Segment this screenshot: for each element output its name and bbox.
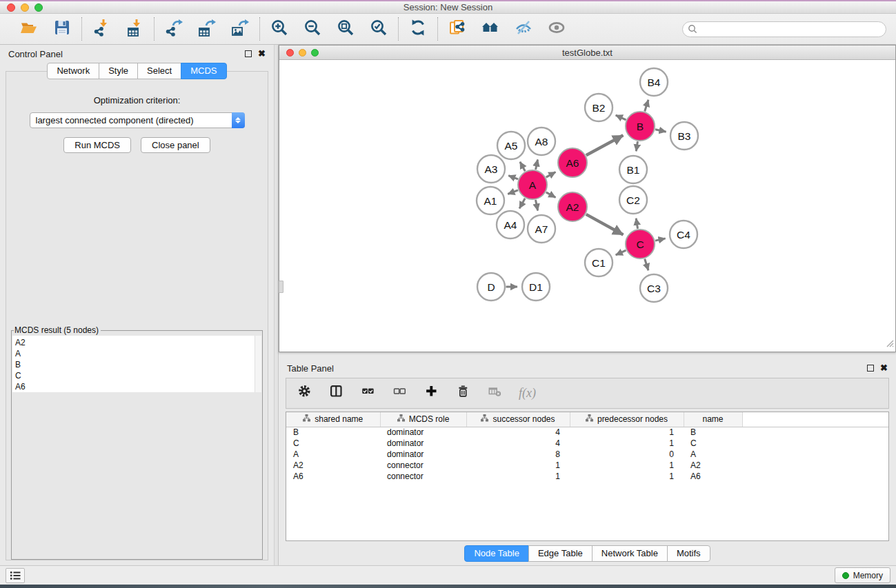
graph-node-A[interactable]: A: [518, 170, 547, 199]
create-column-button[interactable]: [424, 385, 441, 403]
graph-node-C1[interactable]: C1: [585, 249, 613, 276]
graph-node-B3[interactable]: B3: [670, 122, 698, 150]
save-session-button[interactable]: [52, 19, 72, 39]
memory-button[interactable]: Memory: [835, 567, 890, 583]
graph-node-A5[interactable]: A5: [497, 132, 525, 159]
cell-shared-name[interactable]: A2: [286, 460, 380, 471]
first-neighbors-button[interactable]: [480, 19, 501, 39]
show-columns-button[interactable]: [328, 385, 346, 403]
column-header-name[interactable]: name: [684, 412, 742, 427]
cell-MCDS-role[interactable]: dominator: [380, 427, 466, 438]
edge-A-A3[interactable]: [508, 176, 518, 179]
new-network-from-selection-button[interactable]: [447, 19, 468, 39]
edge-A-A8[interactable]: [536, 159, 538, 170]
graph-node-C4[interactable]: C4: [670, 221, 697, 248]
cell-shared-name[interactable]: A: [286, 449, 380, 460]
network-canvas[interactable]: B4B2BB3A8A5A6A3B1AA1C2A2A4A7C4CC1C3DD1: [279, 60, 895, 352]
table-row[interactable]: Bdominator41B: [286, 427, 888, 438]
column-header-MCDS-role[interactable]: MCDS role: [380, 412, 466, 427]
edge-B-B3[interactable]: [655, 130, 666, 132]
cell-successor-nodes[interactable]: 1: [466, 460, 570, 471]
tab-select[interactable]: Select: [137, 63, 181, 79]
edge-A2-C[interactable]: [586, 214, 624, 235]
refresh-button[interactable]: [408, 19, 428, 39]
resize-grip-icon[interactable]: [885, 338, 894, 350]
table-options-gear-button[interactable]: [297, 385, 315, 403]
cell-shared-name[interactable]: C: [286, 438, 380, 449]
graph-node-D1[interactable]: D1: [522, 273, 550, 301]
graph-node-A7[interactable]: A7: [528, 215, 555, 243]
tab-edge-table[interactable]: Edge Table: [528, 545, 593, 562]
panel-splitter[interactable]: [274, 45, 279, 565]
result-scrollbar[interactable]: [255, 336, 261, 392]
column-header-predecessor-nodes[interactable]: predecessor nodes: [570, 412, 684, 427]
mcds-result-item[interactable]: C: [15, 370, 261, 381]
edge-A-A7[interactable]: [535, 200, 537, 210]
run-mcds-button[interactable]: Run MCDS: [63, 137, 131, 153]
import-network-button[interactable]: [91, 19, 112, 39]
edge-A6-B[interactable]: [586, 135, 624, 155]
close-table-panel-icon[interactable]: ✖: [880, 365, 888, 372]
export-network-button[interactable]: [163, 19, 184, 39]
graph-node-C3[interactable]: C3: [640, 274, 668, 302]
graph-node-A6[interactable]: A6: [558, 148, 587, 177]
graph-node-B[interactable]: B: [626, 112, 655, 141]
hide-selected-button[interactable]: [513, 19, 534, 39]
column-header-successor-nodes[interactable]: successor nodes: [466, 412, 570, 427]
cell-predecessor-nodes[interactable]: 1: [570, 438, 684, 449]
tab-network[interactable]: Network: [47, 63, 99, 79]
edge-B-B4[interactable]: [645, 100, 648, 112]
unselect-all-columns-button[interactable]: [392, 385, 410, 403]
cell-successor-nodes[interactable]: 4: [466, 427, 570, 438]
cell-MCDS-role[interactable]: dominator: [380, 449, 466, 460]
mcds-result-item[interactable]: A: [15, 348, 261, 359]
cell-predecessor-nodes[interactable]: 1: [570, 427, 684, 438]
table-row[interactable]: Cdominator41C: [286, 438, 888, 449]
mcds-result-list[interactable]: A2ABCA6: [12, 336, 261, 392]
edge-C-C1[interactable]: [616, 250, 626, 255]
graph-node-B1[interactable]: B1: [619, 156, 647, 183]
show-all-button[interactable]: [546, 19, 567, 39]
cell-shared-name[interactable]: A6: [286, 471, 380, 482]
cell-shared-name[interactable]: B: [286, 427, 380, 438]
cell-predecessor-nodes[interactable]: 1: [570, 460, 684, 471]
table-row[interactable]: A6connector11A6: [286, 471, 888, 482]
open-session-button[interactable]: [19, 19, 39, 39]
float-table-panel-icon[interactable]: [867, 365, 874, 372]
graph-node-A4[interactable]: A4: [497, 211, 524, 239]
export-image-button[interactable]: [230, 19, 250, 39]
cell-MCDS-role[interactable]: dominator: [380, 438, 466, 449]
zoom-in-button[interactable]: [269, 19, 290, 39]
mcds-result-item[interactable]: A2: [15, 337, 261, 348]
graph-node-A3[interactable]: A3: [477, 155, 505, 183]
cell-name[interactable]: B: [684, 427, 742, 438]
cell-name[interactable]: A6: [684, 471, 742, 482]
edge-B-B2[interactable]: [616, 115, 626, 120]
graph-node-A8[interactable]: A8: [528, 128, 555, 155]
select-all-columns-button[interactable]: [360, 385, 378, 403]
table-row[interactable]: A2connector11A2: [286, 460, 888, 471]
zoom-out-button[interactable]: [302, 19, 323, 39]
mcds-result-item[interactable]: A6: [15, 381, 261, 392]
edge-A-A2[interactable]: [546, 192, 556, 198]
edge-B-B1[interactable]: [636, 141, 637, 151]
edge-C-C3[interactable]: [645, 258, 648, 270]
float-panel-icon[interactable]: [245, 50, 252, 57]
cell-predecessor-nodes[interactable]: 0: [570, 449, 684, 460]
delete-columns-button[interactable]: [455, 385, 473, 403]
graph-node-C[interactable]: C: [626, 230, 655, 258]
import-table-button[interactable]: [124, 19, 145, 39]
export-table-button[interactable]: [197, 19, 217, 39]
close-panel-icon[interactable]: ✖: [258, 50, 266, 57]
graph-node-A2[interactable]: A2: [558, 192, 587, 221]
cell-name[interactable]: C: [684, 438, 742, 449]
graph-node-B2[interactable]: B2: [585, 94, 613, 121]
task-history-button[interactable]: [6, 568, 25, 583]
cell-name[interactable]: A: [684, 449, 742, 460]
table-row[interactable]: Adominator80A: [286, 449, 888, 460]
graph-node-C2[interactable]: C2: [619, 186, 647, 214]
tab-node-table[interactable]: Node Table: [464, 545, 529, 562]
cell-successor-nodes[interactable]: 8: [466, 449, 570, 460]
tab-mcds[interactable]: MCDS: [181, 63, 226, 79]
canvas-side-handle[interactable]: [279, 281, 283, 293]
